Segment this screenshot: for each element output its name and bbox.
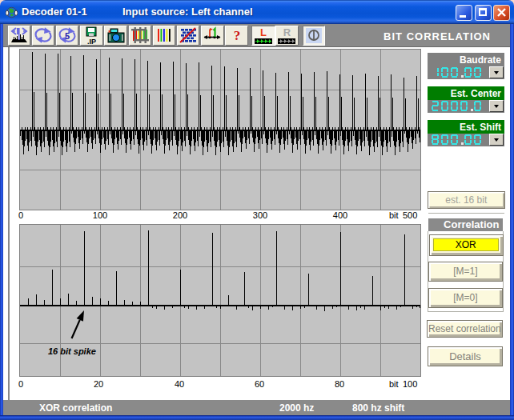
- svg-text:.IP: .IP: [87, 38, 96, 45]
- svg-text:?: ?: [233, 28, 240, 43]
- svg-text:5: 5: [65, 31, 70, 41]
